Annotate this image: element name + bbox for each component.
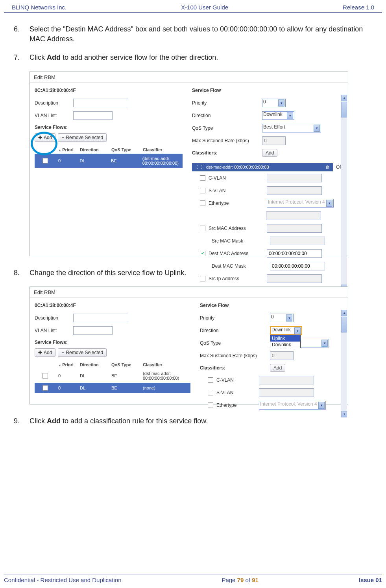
chevron-down-icon: ▾ — [321, 340, 328, 347]
option-uplink[interactable]: Uplink — [270, 335, 300, 342]
classifier-add-button[interactable]: Add — [262, 149, 277, 157]
remove-selected-button[interactable]: −Remove Selected — [58, 348, 107, 357]
step-7-text-a: Click — [30, 53, 47, 61]
rate-input[interactable] — [270, 351, 294, 360]
srcmask-input[interactable] — [270, 237, 325, 245]
classifier-chip[interactable]: ⋮⋮ dst-mac-addr: 00:00:00:00:00:00 🗑 — [192, 163, 333, 171]
rate-label: Max Sustained Rate (kbps) — [200, 353, 267, 358]
page-footer: Confidential - Restricted Use and Duplic… — [4, 575, 382, 583]
description-input[interactable] — [73, 314, 128, 322]
step-8-num: 8. — [14, 268, 20, 278]
step-9-text-c: to add a classification rule for this se… — [61, 417, 208, 425]
step-9-num: 9. — [14, 416, 20, 426]
trash-icon[interactable]: 🗑 — [325, 165, 330, 169]
vlan-input[interactable] — [73, 111, 113, 120]
dstmac-input[interactable] — [267, 249, 322, 258]
direction-dropdown[interactable]: Uplink Downlink — [270, 335, 301, 348]
col-qos[interactable]: QoS Type — [111, 147, 143, 152]
qos-label: QoS Type — [200, 340, 267, 346]
svlan-checkbox[interactable] — [200, 188, 205, 193]
scroll-thumb[interactable] — [341, 317, 347, 333]
qos-select[interactable]: Best Effort▾ — [262, 124, 321, 132]
header-center: X-100 User Guide — [181, 4, 228, 11]
remove-selected-button[interactable]: −Remove Selected — [58, 133, 107, 142]
cvlan-input[interactable] — [259, 376, 314, 384]
sf-row-selected[interactable]: 0 DL BE (none) — [35, 383, 190, 393]
option-downlink[interactable]: Downlink — [270, 342, 300, 348]
col-priority[interactable]: Priori — [58, 362, 80, 367]
scroll-up-icon[interactable]: ▴ — [341, 310, 347, 316]
classifier-add-button[interactable]: Add — [270, 364, 285, 372]
ethertype-select[interactable]: Internet Protocol, Version 4▾ — [267, 199, 334, 208]
priority-select[interactable]: 0▾ — [270, 314, 294, 322]
ethertype-checkbox[interactable] — [208, 402, 213, 408]
ethertype-checkbox[interactable] — [200, 200, 205, 206]
sf-row[interactable]: 0 DL BE (dst-mac-addr: 00:00:00:00:00:00… — [35, 369, 190, 383]
scrollbar[interactable]: ▴ ▾ — [341, 95, 347, 291]
page-header: BLiNQ Networks Inc. X-100 User Guide Rel… — [4, 0, 382, 13]
description-input[interactable] — [73, 99, 128, 107]
ethertype-label: Ethertype — [216, 402, 256, 408]
dialog-title: Edit RBM — [30, 72, 348, 83]
cvlan-label: C-VLAN — [216, 377, 256, 383]
svlan-input[interactable] — [259, 388, 314, 397]
add-button[interactable]: ✚Add — [35, 348, 55, 357]
scrollbar[interactable]: ▴ ▾ — [341, 310, 347, 417]
step-7-text-c: to add another service flow for the othe… — [61, 53, 218, 61]
row-checkbox[interactable] — [42, 373, 48, 379]
svlan-input[interactable] — [267, 186, 322, 195]
row-checkbox[interactable] — [42, 385, 48, 391]
direction-select[interactable]: Downlink▾ — [262, 111, 294, 120]
drag-icon: ⋮⋮ — [195, 165, 204, 170]
rate-label: Max Sustained Rate (kbps) — [192, 138, 259, 143]
cvlan-checkbox[interactable] — [200, 175, 205, 181]
figure-2: Edit RBM 0C:A1:38:00:00:4F Description V… — [30, 287, 348, 404]
scroll-up-icon[interactable]: ▴ — [341, 95, 347, 101]
ethertype-extra-input[interactable] — [266, 211, 321, 220]
priority-select[interactable]: 0▾ — [262, 99, 286, 107]
cvlan-checkbox[interactable] — [208, 377, 213, 383]
add-button[interactable]: ✚Add — [35, 133, 55, 142]
header-left: BLiNQ Networks Inc. — [12, 4, 66, 11]
col-direction[interactable]: Direction — [80, 147, 111, 152]
direction-select[interactable]: Downlink▾ — [270, 326, 302, 335]
scroll-thumb[interactable] — [341, 102, 347, 118]
srcmac-checkbox[interactable] — [200, 226, 205, 231]
chevron-down-icon: ▾ — [278, 99, 284, 107]
step-7-num: 7. — [14, 53, 20, 62]
dstmac-checkbox[interactable]: ✔ — [200, 251, 205, 256]
vlan-label: VLAN List: — [35, 113, 70, 118]
qos-label: QoS Type — [192, 125, 259, 131]
col-priority[interactable]: Priori — [58, 147, 80, 152]
cvlan-label: C-VLAN — [209, 175, 264, 181]
page-content: 6. Select the "Destin MAC Address" box a… — [0, 13, 386, 426]
srcmac-input[interactable] — [267, 224, 322, 233]
ethertype-select[interactable]: Internet Protocol, Version 4▾ — [259, 401, 326, 410]
step-6: 6. Select the "Destin MAC Address" box a… — [10, 24, 376, 44]
sf-table-header: Priori Direction QoS Type Classifier — [35, 361, 190, 369]
col-classifier[interactable]: Classifier — [143, 147, 171, 152]
dialog-title: Edit RBM — [30, 287, 348, 298]
step-7-bold: Add — [47, 53, 61, 61]
cvlan-input[interactable] — [267, 174, 322, 182]
mac-address-heading: 0C:A1:38:00:00:4F — [35, 88, 183, 93]
vlan-input[interactable] — [73, 326, 113, 335]
step-9: 9. Click Add to add a classification rul… — [10, 416, 376, 426]
step-8: 8. Change the direction of this service … — [10, 268, 376, 278]
vlan-label: VLAN List: — [35, 328, 70, 333]
col-classifier[interactable]: Classifier — [143, 362, 179, 367]
classifiers-label: Classifiers: — [200, 365, 267, 371]
chevron-down-icon: ▾ — [314, 125, 320, 132]
service-flow-heading: Service Flow — [192, 88, 343, 93]
col-qos[interactable]: QoS Type — [111, 362, 143, 367]
col-direction[interactable]: Direction — [80, 362, 111, 367]
svlan-checkbox[interactable] — [208, 390, 213, 395]
step-6-text: Select the "Destin MAC Address" box and … — [30, 25, 363, 43]
minus-icon: − — [61, 350, 64, 355]
mac-address-heading: 0C:A1:38:00:00:4F — [35, 303, 190, 308]
row-checkbox[interactable] — [42, 158, 48, 164]
footer-right: Issue 01 — [359, 577, 382, 583]
rate-input[interactable] — [262, 136, 286, 145]
sf-row-selected[interactable]: 0 DL BE (dst-mac-addr: 00:00:00:00:00:00… — [35, 154, 183, 168]
svlan-label: S-VLAN — [209, 188, 264, 193]
